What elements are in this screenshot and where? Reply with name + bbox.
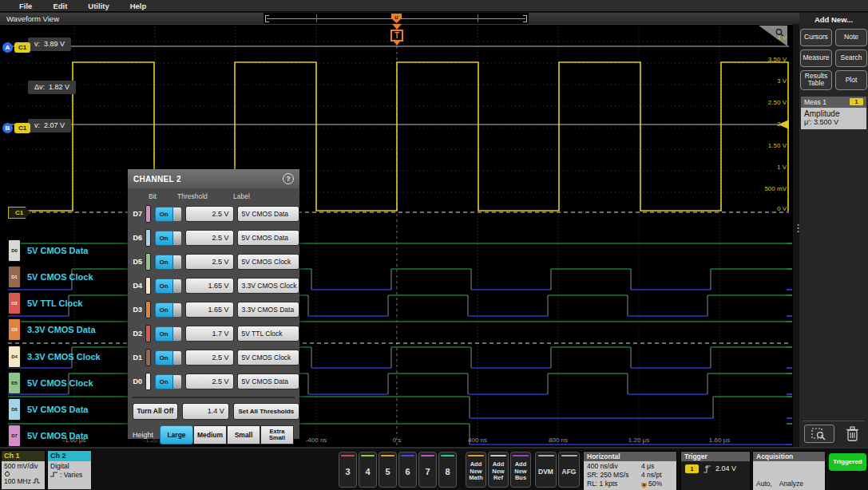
dvm-button[interactable]: DVM (535, 452, 557, 488)
zoom-box-button[interactable] (804, 425, 834, 443)
set-all-thresholds-button[interactable]: Set All Thresholds (233, 403, 299, 420)
channel-7-button[interactable]: 7 (418, 452, 437, 488)
bit-color-bar (145, 373, 151, 390)
afg-button[interactable]: AFG (558, 452, 580, 488)
menu-file[interactable]: File (19, 2, 32, 10)
add-new-cursors-button[interactable]: Cursors (800, 29, 832, 46)
turn-all-off-button[interactable]: Turn All Off (133, 403, 178, 420)
digital-channel-chip[interactable]: D3 (8, 318, 21, 341)
bit-label-field[interactable]: 5V TTL Clock (237, 326, 300, 342)
bit-threshold-field[interactable]: 1.65 V (185, 302, 234, 318)
ruler-left-bracket (265, 15, 269, 22)
digital-channel-chip[interactable]: D7 (8, 425, 21, 447)
trigger-position-marker[interactable]: T (390, 24, 404, 45)
digital-channel-chip[interactable]: D1 (8, 266, 21, 288)
ruler-tick (316, 14, 317, 22)
tab-waveform-view[interactable]: Waveform View (6, 14, 59, 23)
add-new-search-button[interactable]: Search (835, 49, 867, 67)
digital-channel-chip[interactable]: D5 (8, 372, 21, 394)
bit-threshold-field[interactable]: 2.5 V (185, 350, 234, 366)
add-new-results-table-button[interactable]: Results Table (800, 70, 832, 90)
horizontal-position-ruler[interactable]: u (264, 13, 529, 24)
settings-bar: Ch 1 500 mV/div 100 MHz Ch 2 Digital : V… (0, 447, 868, 490)
channel-5-button[interactable]: 5 (379, 452, 397, 488)
digital-channel-chip[interactable]: D6 (8, 398, 21, 421)
cursor-b-badges[interactable]: B C1 (2, 123, 30, 133)
channel2-badge[interactable]: Ch 2 Digital : Varies (47, 450, 92, 488)
add-new-math-button[interactable]: Add New Math (466, 452, 486, 488)
dialog-bit-row: D6 On 2.5 V 5V CMOS Data (128, 226, 299, 250)
cursor-a-badges[interactable]: A C1 (2, 42, 30, 53)
dialog-header[interactable]: CHANNEL 2 ? (128, 169, 299, 188)
measurement-badge[interactable]: Meas 1 1 Amplitude μ': 3.500 V (801, 97, 866, 129)
menu-edit[interactable]: Edit (53, 2, 67, 10)
menu-help[interactable]: Help (130, 2, 147, 10)
bit-threshold-field[interactable]: 2.5 V (185, 373, 234, 389)
add-new-measure-button[interactable]: Measure (800, 49, 832, 67)
add-new-ref-button[interactable]: Add New Ref (488, 452, 509, 488)
digital-channel-chip[interactable]: D4 (8, 346, 21, 368)
bit-label-field[interactable]: 5V CMOS Data (237, 373, 300, 389)
height-option[interactable]: Small (227, 425, 260, 445)
add-new-source-buttons: Add New Math Add New Ref Add New Bus (466, 452, 531, 488)
time-tick-label: 400 ns (468, 437, 487, 444)
bit-on-toggle[interactable]: On (155, 279, 182, 294)
channel-buttons: 3 4 5 6 7 8 (339, 452, 457, 488)
horizontal-badge[interactable]: Horizontal 400 ns/div4 μs SR: 250 MS/s4 … (583, 451, 677, 490)
trash-button[interactable] (842, 424, 862, 443)
bit-on-toggle[interactable]: On (155, 374, 182, 389)
bit-threshold-field[interactable]: 2.5 V (185, 230, 234, 246)
results-bar: Add New... Cursors Note Measure Search R… (799, 13, 868, 447)
all-threshold-field[interactable]: 1.4 V (182, 403, 229, 420)
height-option[interactable]: Large (160, 425, 193, 445)
channel-4-button[interactable]: 4 (359, 452, 377, 488)
bit-threshold-field[interactable]: 2.5 V (185, 254, 234, 270)
channel-6-button[interactable]: 6 (398, 452, 417, 488)
acquisition-badge[interactable]: Acquisition Auto, Analyze High Res: 15 b… (752, 451, 826, 490)
add-new-bus-button[interactable]: Add New Bus (510, 452, 531, 488)
bit-on-toggle[interactable]: On (155, 350, 182, 366)
voltage-tick-label: 2 V (742, 121, 787, 128)
bit-label-field[interactable]: 5V CMOS Clock (237, 254, 300, 270)
dialog-bit-row: D4 On 1.65 V 3.3V CMOS Clock (128, 274, 299, 298)
bit-on-toggle[interactable]: On (155, 207, 182, 222)
add-new-note-button[interactable]: Note (835, 29, 867, 46)
triggered-status[interactable]: Triggered (829, 453, 866, 471)
voltage-tick-label: 2.50 V (742, 99, 787, 106)
height-option[interactable]: Medium (193, 425, 227, 445)
add-new-plot-button[interactable]: Plot (835, 70, 867, 90)
digital-channel-chip[interactable]: D2 (8, 292, 21, 314)
bit-threshold-field[interactable]: 1.7 V (185, 326, 234, 342)
time-tick-label: -400 ns (306, 437, 327, 444)
voltage-tick-label: 0 V (742, 205, 787, 212)
voltage-tick-label: 3.50 V (742, 56, 787, 63)
digital-channel-chip[interactable]: D0 (8, 239, 21, 262)
bit-threshold-field[interactable]: 2.5 V (185, 206, 234, 222)
channel1-badge[interactable]: Ch 1 500 mV/div 100 MHz (1, 450, 46, 488)
trigger-badge[interactable]: Trigger 1 2.04 V (680, 451, 751, 490)
expansion-point-icon[interactable]: u (391, 14, 402, 23)
height-option[interactable]: ExtraSmall (260, 425, 294, 445)
help-icon[interactable]: ? (283, 173, 294, 184)
toggle-knob (173, 326, 182, 342)
toggle-knob (173, 255, 182, 270)
bit-label-field[interactable]: 5V CMOS Data (237, 230, 300, 246)
digital-channel-row: D4 3.3V CMOS Clock (8, 344, 101, 369)
bit-on-toggle[interactable]: On (155, 302, 182, 318)
bit-on-toggle[interactable]: On (155, 326, 182, 342)
bit-on-toggle[interactable]: On (155, 231, 182, 246)
bit-color-bar (145, 277, 151, 294)
trash-icon (846, 426, 859, 441)
bit-threshold-field[interactable]: 1.65 V (185, 278, 234, 294)
menu-utility[interactable]: Utility (88, 2, 109, 10)
channel1-bandwidth: 100 MHz (4, 477, 31, 486)
channel-8-button[interactable]: 8 (438, 452, 457, 488)
channel-3-button[interactable]: 3 (339, 452, 357, 488)
bit-label-field[interactable]: 5V CMOS Clock (237, 350, 300, 366)
bit-label-field[interactable]: 3.3V CMOS Clock (237, 278, 300, 294)
bit-color-bar (145, 325, 151, 342)
bit-color-bar (145, 253, 151, 271)
bit-on-toggle[interactable]: On (155, 255, 182, 270)
bit-label-field[interactable]: 5V CMOS Data (237, 206, 300, 222)
bit-label-field[interactable]: 3.3V CMOS Data (237, 302, 300, 318)
